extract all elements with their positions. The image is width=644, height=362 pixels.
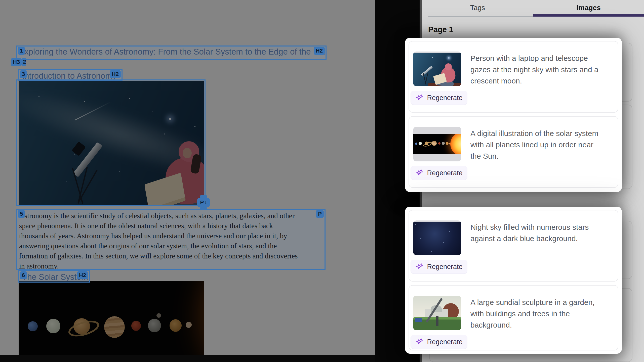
block-solar-heading[interactable]: 6 H2 [18,270,90,283]
solar-system-illustration-thumbnail[interactable] [413,127,461,161]
image-card-group-2: Night sky filled with numerous stars aga… [405,207,622,354]
person-telescope-night-sky-thumbnail[interactable] [413,52,461,86]
block-body-paragraph[interactable]: 5 P [16,209,326,270]
regenerate-label: Regenerate [427,338,462,346]
panel-tab-bar: Tags Images [422,0,644,16]
image-description: A large sundial sculpture in a garden, w… [470,297,620,331]
regenerate-button[interactable]: Regenerate [411,260,467,274]
block-number-badge-clipped[interactable]: 2 [22,58,26,66]
sparkle-icon [415,169,423,177]
block-tag-badge[interactable]: H2 [314,47,325,55]
tab-bar-divider [428,16,533,17]
image-description: A digital illustration of the solar syst… [470,128,620,162]
block-intro-heading[interactable]: 3 H2 [18,69,123,81]
image-description: Night sky filled with numerous stars aga… [470,221,620,244]
arrow-down-icon: ↓ [205,200,207,205]
block-number-badge[interactable]: 6 [20,271,27,279]
block-title[interactable]: 1 H2 [16,46,327,60]
image-card-group-1: Person with a laptop and telescope gazes… [405,38,622,192]
sparkle-icon [415,338,423,346]
image-card[interactable]: A large sundial sculpture in a garden, w… [409,285,618,350]
block-number-badge[interactable]: 1 [18,47,25,55]
block-image-paragraph[interactable] [16,79,206,206]
active-tab-underline [533,14,644,17]
handle-tag-label: P [200,199,204,206]
image-card[interactable]: Person with a laptop and telescope gazes… [409,41,618,113]
tab-tags[interactable]: Tags [422,0,533,16]
document-canvas: Exploring the Wonders of Astronomy: From… [0,0,375,362]
block-tag-badge[interactable]: P [316,210,324,218]
regenerate-button[interactable]: Regenerate [411,166,467,180]
regenerate-label: Regenerate [427,94,462,102]
regenerate-button[interactable]: Regenerate [411,335,467,349]
image-card[interactable]: A digital illustration of the solar syst… [409,116,618,188]
sundial-garden-thumbnail[interactable] [413,296,461,330]
regenerate-label: Regenerate [427,169,462,177]
regenerate-button[interactable]: Regenerate [411,91,467,105]
block-tag-badge[interactable]: H3 [11,58,22,66]
block-h3-empty[interactable]: H3 2 [11,58,26,66]
image-card[interactable]: Night sky filled with numerous stars aga… [409,210,618,282]
regenerate-label: Regenerate [427,263,462,271]
block-drag-handle[interactable]: P ↓ [197,198,210,207]
block-number-badge[interactable]: 5 [18,210,25,218]
tab-images[interactable]: Images [533,0,644,16]
block-number-badge[interactable]: 3 [20,70,27,78]
sparkle-icon [415,263,423,271]
starry-night-sky-thumbnail[interactable] [413,220,461,255]
page-section-heading: Page 1 [428,25,453,34]
image-description: Person with a laptop and telescope gazes… [470,53,620,86]
sparkle-icon [415,94,423,102]
block-tag-badge[interactable]: H2 [110,70,121,78]
block-tag-badge[interactable]: H2 [77,271,88,279]
